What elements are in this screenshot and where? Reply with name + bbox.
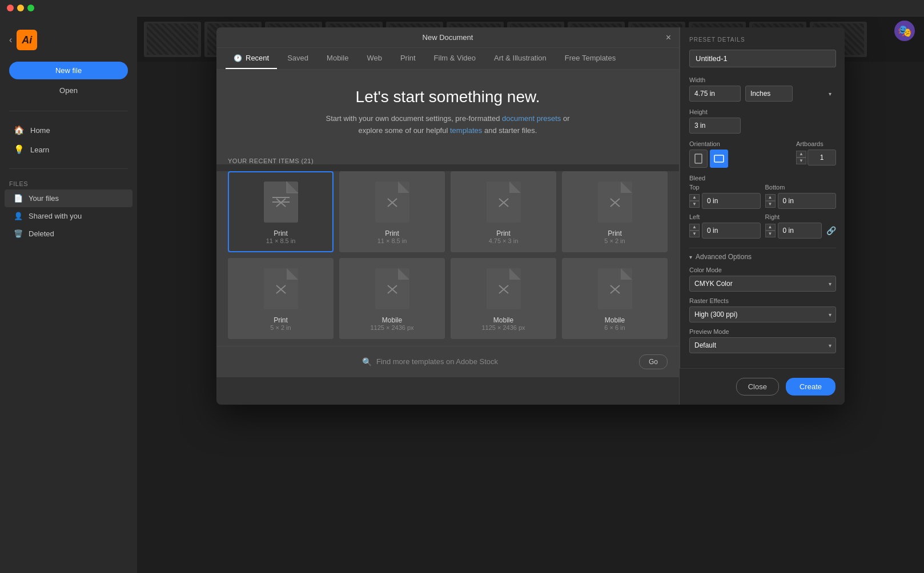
dialog-close-button[interactable]: × <box>666 33 671 42</box>
color-mode-select-wrap: CMYK Color RGB Color <box>689 276 836 292</box>
dialog-scroll-area[interactable]: Let's start something new. Start with yo… <box>216 70 679 405</box>
raster-row: High (300 ppi) Medium (150 ppi) Screen (… <box>689 306 836 322</box>
close-window-button[interactable] <box>7 5 14 11</box>
bleed-right-input[interactable] <box>778 223 822 239</box>
recent-item-7[interactable]: Mobile 1125 × 2436 px <box>451 258 556 339</box>
tab-film-video[interactable]: Film & Video <box>426 48 484 69</box>
go-button[interactable]: Go <box>639 354 668 369</box>
artboards-label: Artboards <box>796 140 836 147</box>
preview-select[interactable]: Default Pixel Overprint <box>689 337 836 353</box>
sidebar-divider-2 <box>9 168 128 169</box>
preset-name-input[interactable] <box>689 50 836 67</box>
deleted-icon: 🗑️ <box>14 229 23 238</box>
sidebar-divider-1 <box>9 111 128 111</box>
bleed-left-input[interactable] <box>702 223 761 239</box>
link-bleed-icon[interactable]: 🔗 <box>826 226 836 235</box>
advanced-options-toggle[interactable]: ▾ Advanced Options <box>689 253 836 261</box>
height-input[interactable] <box>689 118 741 134</box>
dialog-footer: Close Create <box>680 368 845 405</box>
bleed-right-label: Right <box>765 213 837 220</box>
artboards-increment-button[interactable]: ▲ <box>796 151 806 158</box>
clock-icon: 🕐 <box>234 54 242 62</box>
search-bar-inner: 🔍 Find more templates on Adobe Stock <box>228 357 632 366</box>
bleed-left-label: Left <box>689 213 761 220</box>
tab-free-templates[interactable]: Free Templates <box>557 48 624 69</box>
create-button[interactable]: Create <box>786 378 835 396</box>
bleed-right-increment[interactable]: ▲ <box>765 224 776 231</box>
bleed-left-decrement[interactable]: ▼ <box>689 231 700 237</box>
sidebar-item-shared-label: Shared with you <box>29 212 82 220</box>
unit-select[interactable]: Inches Centimeters Millimeters Points Pi… <box>745 86 793 102</box>
tab-art-illustration[interactable]: Art & Illustration <box>486 48 555 69</box>
tab-print[interactable]: Print <box>392 48 424 69</box>
bleed-top-decrement[interactable]: ▼ <box>689 201 700 208</box>
dialog-main: New Document × 🕐 Recent Saved Mo <box>216 27 679 405</box>
recent-item-5-size: 5 × 2 in <box>270 324 291 331</box>
sidebar-item-learn[interactable]: 💡 Learn <box>5 140 132 159</box>
bleed-left-increment[interactable]: ▲ <box>689 224 700 231</box>
sidebar-nav: 🏠 Home 💡 Learn <box>0 116 137 164</box>
open-button[interactable]: Open <box>9 84 128 97</box>
dialog-title-bar: New Document × <box>216 27 679 48</box>
tab-recent-label: Recent <box>246 54 269 62</box>
artboards-decrement-button[interactable]: ▼ <box>796 158 806 164</box>
raster-select[interactable]: High (300 ppi) Medium (150 ppi) Screen (… <box>689 306 836 322</box>
sidebar-item-home[interactable]: 🏠 Home <box>5 120 132 140</box>
document-presets-link[interactable]: document presets <box>502 114 561 123</box>
bleed-top-input[interactable] <box>702 193 761 209</box>
search-bar: 🔍 Find more templates on Adobe Stock Go <box>216 346 679 377</box>
sidebar-item-learn-label: Learn <box>30 146 49 154</box>
recent-item-2[interactable]: Print 11 × 8.5 in <box>339 171 445 252</box>
preview-row: Default Pixel Overprint <box>689 337 836 353</box>
tab-web[interactable]: Web <box>359 48 390 69</box>
recent-section: YOUR RECENT ITEMS (21) <box>216 148 679 164</box>
height-label: Height <box>689 108 836 115</box>
dialog-headline: Let's start something new. <box>356 88 540 106</box>
sidebar-item-shared[interactable]: 👤 Shared with you <box>5 207 132 225</box>
bleed-bottom-decrement[interactable]: ▼ <box>765 201 776 208</box>
close-dialog-button[interactable]: Close <box>736 378 779 396</box>
templates-link[interactable]: templates <box>450 126 482 135</box>
tab-film-video-label: Film & Video <box>434 54 476 62</box>
tab-saved[interactable]: Saved <box>279 48 316 69</box>
minimize-window-button[interactable] <box>17 5 24 11</box>
portrait-button[interactable] <box>689 150 708 168</box>
shared-icon: 👤 <box>14 212 23 220</box>
recent-item-6[interactable]: Mobile 1125 × 2436 px <box>339 258 445 339</box>
tab-recent[interactable]: 🕐 Recent <box>226 48 277 69</box>
recent-item-1[interactable]: Print 11 × 8.5 in <box>228 171 334 252</box>
landscape-button[interactable] <box>710 150 728 168</box>
svg-rect-26 <box>695 154 702 163</box>
recent-item-6-name: Mobile <box>382 316 402 324</box>
svg-rect-27 <box>714 155 724 162</box>
dialog-hero: Let's start something new. Start with yo… <box>216 70 679 148</box>
bleed-bottom-input[interactable] <box>778 193 837 209</box>
doc-icon-5 <box>264 268 298 309</box>
bleed-top-group: Top ▲ ▼ <box>689 184 761 209</box>
recent-item-4[interactable]: Print 5 × 2 in <box>562 171 668 252</box>
new-file-button[interactable]: New file <box>9 62 128 79</box>
preset-panel-title: PRESET DETAILS <box>689 37 836 43</box>
sidebar-actions: New file Open <box>0 62 137 106</box>
color-mode-select[interactable]: CMYK Color RGB Color <box>689 276 836 292</box>
maximize-window-button[interactable] <box>27 5 34 11</box>
orientation-group: Orientation <box>689 140 789 168</box>
recent-item-8[interactable]: Mobile 6 × 6 in <box>562 258 668 339</box>
recent-item-3[interactable]: Print 4.75 × 3 in <box>451 171 556 252</box>
bleed-right-group: Right ▲ ▼ 🔗 <box>765 213 837 239</box>
width-input[interactable] <box>689 86 741 102</box>
recent-item-5[interactable]: Print 5 × 2 in <box>228 258 334 339</box>
bleed-bottom-increment[interactable]: ▲ <box>765 194 776 201</box>
sidebar-item-your-files[interactable]: 📄 Your files <box>5 189 132 207</box>
tab-mobile[interactable]: Mobile <box>319 48 356 69</box>
sidebar-item-deleted[interactable]: 🗑️ Deleted <box>5 225 132 243</box>
color-mode-row: CMYK Color RGB Color <box>689 276 836 292</box>
ai-logo: Ai <box>17 30 37 50</box>
doc-icon-7 <box>487 268 521 309</box>
back-arrow-icon[interactable]: ‹ <box>9 35 12 45</box>
artboards-input[interactable] <box>808 150 836 166</box>
recent-item-1-name: Print <box>274 229 288 237</box>
bleed-top-increment[interactable]: ▲ <box>689 194 700 201</box>
doc-icon-8 <box>598 268 632 309</box>
bleed-right-decrement[interactable]: ▼ <box>765 231 776 237</box>
